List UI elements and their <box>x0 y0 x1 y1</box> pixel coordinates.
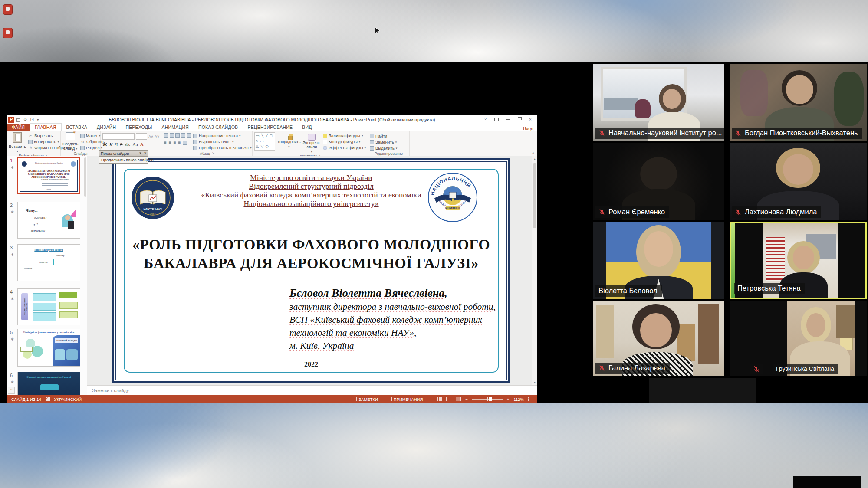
increase-font-icon[interactable]: A˄ <box>148 134 153 139</box>
desktop-shortcut-icon[interactable] <box>3 4 13 15</box>
tab-design[interactable]: ДИЗАЙН <box>92 124 121 131</box>
align-center-icon[interactable]: ≡ <box>169 140 172 145</box>
replace-button[interactable]: Заменить ▾ <box>370 140 408 144</box>
slide-page[interactable]: Міністерство освіти та науки України Від… <box>112 158 510 383</box>
participant-tile[interactable]: Лахтионова Людмила <box>730 143 867 220</box>
zoom-slider[interactable] <box>472 399 503 400</box>
align-right-icon[interactable]: ≡ <box>174 140 177 145</box>
animation-star-icon: ∗ <box>10 380 14 384</box>
font-color-button[interactable]: А <box>140 141 144 147</box>
slide-thumbnail-3[interactable]: Рівні здобуття освіти Робітник Майстер Б… <box>17 244 80 281</box>
shapes-gallery[interactable]: ▭ ╲ ╱ □ ○ ▭△ ▽ ◇ ▷ ◁ ☆⌒ ( ) { } ∿ <box>254 132 275 151</box>
slideshow-view-button[interactable] <box>456 397 461 401</box>
slide-thumbnail-1[interactable]: Міністерство освіти та науки України «РО… <box>17 157 80 194</box>
comments-toggle[interactable]: ПРИМЕЧАНИЯ <box>387 397 423 402</box>
normal-view-button[interactable] <box>427 397 432 401</box>
participant-tile[interactable]: Навчально-науковий інститут ро... <box>593 64 724 141</box>
scroll-down-icon[interactable]: ▼ <box>532 381 537 384</box>
convert-smartart-button[interactable]: Преобразовать в SmartArt ▾ <box>193 145 252 150</box>
canvas-scrollbar[interactable]: ▲ ▼ <box>532 156 537 385</box>
tab-file[interactable]: ФАЙЛ <box>7 124 30 131</box>
restore-button[interactable] <box>514 116 524 123</box>
resume-slideshow-button[interactable]: Продолжить показ слайдов <box>99 157 148 164</box>
notes-pane[interactable]: Заметки к слайду <box>87 385 537 395</box>
dropdown-icon[interactable]: ▼ <box>138 151 142 155</box>
close-toolbar-icon[interactable]: ✕ <box>144 151 147 155</box>
shape-fill-button[interactable]: Заливка фигуры ▾ <box>323 133 366 138</box>
arrange-button[interactable]: Упорядочить▾ <box>277 132 301 154</box>
zoom-percentage[interactable]: 112% <box>513 397 524 402</box>
participant-tile[interactable]: Роман Єременко <box>593 143 724 220</box>
notes-toggle[interactable]: ЗАМЕТКИ <box>352 397 378 402</box>
justify-icon[interactable]: ≡ <box>178 140 182 145</box>
italic-button[interactable]: К <box>109 142 112 147</box>
desktop-shortcut-icon[interactable] <box>3 28 13 38</box>
quick-styles-button[interactable]: Экспресс-стили▾ <box>302 132 321 154</box>
line-spacing-icon[interactable] <box>187 133 191 138</box>
decrease-font-icon[interactable]: A˅ <box>155 134 159 139</box>
language-indicator[interactable]: УКРАИНСКИЙ <box>54 397 82 402</box>
fit-to-window-button[interactable] <box>528 397 533 401</box>
slide-thumbnail-4[interactable]: Фаховий молодший бакалавр <box>17 288 80 325</box>
spellcheck-icon[interactable] <box>46 397 50 401</box>
paste-button[interactable]: Вставить ▾ <box>9 132 26 154</box>
font-name-box[interactable] <box>102 133 135 140</box>
tab-review[interactable]: РЕЦЕНЗИРОВАНИЕ <box>243 124 298 131</box>
slide-thumbnail-5[interactable]: Необхідність фахових навичок у системі о… <box>17 329 80 367</box>
collapse-ribbon-icon[interactable]: ˄ <box>532 151 534 155</box>
align-left-icon[interactable]: ≡ <box>164 140 168 145</box>
align-text-button[interactable]: Выровнять текст ▾ <box>193 139 252 144</box>
tab-slideshow[interactable]: ПОКАЗ СЛАЙДОВ <box>194 124 243 131</box>
slide-thumbnail-6[interactable]: Основні сектори аерокосмічної галузі <box>17 372 80 395</box>
select-button[interactable]: Выделить ▾ <box>370 146 408 151</box>
tab-view[interactable]: ВИД <box>297 124 316 131</box>
new-slide-button[interactable]: Создать слайд ▾ <box>62 132 78 151</box>
floating-toolbar-header[interactable]: Показ слайдов ▼✕ <box>99 150 148 157</box>
reading-view-button[interactable] <box>446 397 451 401</box>
close-button[interactable]: × <box>526 116 535 123</box>
columns-icon[interactable] <box>183 141 187 145</box>
bullets-icon[interactable] <box>164 133 168 138</box>
numbering-icon[interactable] <box>170 133 174 138</box>
participant-tile-active-speaker[interactable]: Петровська Тетяна <box>730 222 867 299</box>
tab-insert[interactable]: ВСТАВКА <box>62 124 92 131</box>
shape-effects-button[interactable]: Эффекты фигуры ▾ <box>323 145 366 150</box>
find-button[interactable]: Найти <box>370 134 408 138</box>
save-icon[interactable] <box>16 118 20 122</box>
slideshow-icon[interactable]: ⊡ <box>30 117 33 122</box>
shape-outline-button[interactable]: Контур фигуры ▾ <box>323 139 366 144</box>
font-size-box[interactable] <box>136 133 147 140</box>
participant-tile[interactable]: Грузинська Світлана <box>730 301 867 376</box>
dialog-launcher-icon[interactable]: ↘ <box>212 151 215 155</box>
underline-button[interactable]: Ч <box>115 142 118 147</box>
change-case-button[interactable]: Аа <box>132 142 138 147</box>
participant-tile[interactable]: Богдан Пионтковський-Выхватень <box>730 64 867 141</box>
slide-thumbnail-2[interactable]: Чому... сьогодні? тут? актуально? <box>17 202 80 239</box>
slide-sorter-view-button[interactable] <box>437 397 442 401</box>
zoom-in-button[interactable]: + <box>507 397 510 402</box>
increase-indent-icon[interactable] <box>181 133 185 138</box>
customize-qat-icon[interactable]: ▾ <box>37 117 39 122</box>
scrollbar-thumb[interactable] <box>533 163 536 228</box>
sign-in-link[interactable]: Вход <box>523 126 537 131</box>
participant-tile[interactable]: Віолетта Бєловол <box>593 222 724 299</box>
thumbnail-collapse-widget[interactable]: ˅ <box>8 387 15 394</box>
ribbon-display-button[interactable] <box>492 116 501 123</box>
zoom-slider-thumb[interactable] <box>489 397 492 401</box>
bold-button[interactable]: Ж <box>102 142 107 147</box>
strikethrough-button[interactable]: S <box>120 142 122 147</box>
scroll-up-icon[interactable]: ▲ <box>532 156 537 160</box>
tab-animations[interactable]: АНИМАЦИЯ <box>157 124 194 131</box>
decrease-indent-icon[interactable] <box>175 133 180 138</box>
zoom-out-button[interactable]: − <box>465 397 468 402</box>
clear-formatting-button[interactable]: abc <box>125 142 130 147</box>
tab-transitions[interactable]: ПЕРЕХОДЫ <box>121 124 157 131</box>
text-direction-button[interactable]: Направление текста ▾ <box>193 133 252 138</box>
minimize-button[interactable] <box>503 116 513 123</box>
undo-icon[interactable]: ↺ <box>23 117 27 122</box>
help-button[interactable]: ? <box>480 116 490 123</box>
participant-tile[interactable]: Галина Лазарєва <box>593 301 724 376</box>
tab-home[interactable]: ГЛАВНАЯ <box>30 123 62 131</box>
thumbnail-scrollbar[interactable] <box>84 157 86 197</box>
slide-canvas[interactable]: Міністерство освіти та науки України Від… <box>87 156 532 385</box>
